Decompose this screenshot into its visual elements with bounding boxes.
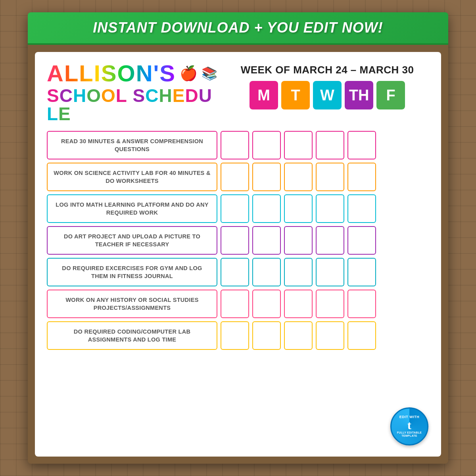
task-label-2: WORK ON SCIENCE ACTIVITY LAB FOR 40 MINU… bbox=[47, 163, 217, 191]
task-cells-4 bbox=[221, 226, 376, 255]
check-cell[interactable] bbox=[221, 194, 249, 223]
table-row: LOG INTO MATH LEARNING PLATFORM AND DO A… bbox=[47, 194, 429, 223]
school-schedule-title: SCHOOL SCHEDULE bbox=[47, 86, 217, 123]
week-block: WEEK OF MARCH 24 – MARCH 30 M T W TH F bbox=[225, 62, 429, 109]
check-cell[interactable] bbox=[221, 131, 249, 159]
task-cells-6 bbox=[221, 290, 376, 318]
check-cell[interactable] bbox=[316, 258, 344, 286]
check-cell[interactable] bbox=[316, 290, 344, 318]
task-label-6: WORK ON ANY HISTORY OR SOCIAL STUDIES PR… bbox=[47, 290, 217, 318]
templett-sublabel: FULLY EDITABLE TEMPLATE bbox=[392, 431, 427, 438]
check-cell[interactable] bbox=[252, 321, 281, 350]
check-cell[interactable] bbox=[284, 131, 313, 159]
check-cell[interactable] bbox=[221, 321, 249, 350]
check-cell[interactable] bbox=[284, 321, 313, 350]
task-label-1: READ 30 MINUTES & ANSWER COMPREHENSION Q… bbox=[47, 131, 217, 159]
day-tuesday: T bbox=[281, 81, 310, 109]
apple-icon: 🍎 bbox=[180, 65, 198, 82]
check-cell[interactable] bbox=[252, 258, 281, 286]
task-cells-1 bbox=[221, 131, 376, 159]
check-cell[interactable] bbox=[284, 290, 313, 318]
task-label-3: LOG INTO MATH LEARNING PLATFORM AND DO A… bbox=[47, 194, 217, 223]
table-row: READ 30 MINUTES & ANSWER COMPREHENSION Q… bbox=[47, 131, 429, 159]
check-cell[interactable] bbox=[252, 226, 281, 255]
title-block: ALLISON'S 🍎 📚 SCHOOL SCHEDULE bbox=[47, 62, 217, 123]
header-row: ALLISON'S 🍎 📚 SCHOOL SCHEDULE WEEK OF MA… bbox=[47, 62, 429, 123]
check-cell[interactable] bbox=[221, 290, 249, 318]
check-cell[interactable] bbox=[284, 258, 313, 286]
day-monday: M bbox=[250, 81, 278, 109]
task-cells-3 bbox=[221, 194, 376, 223]
task-label-5: DO REQUIRED EXCERCISES FOR GYM AND LOG T… bbox=[47, 258, 217, 286]
task-cells-7 bbox=[221, 321, 376, 350]
check-cell[interactable] bbox=[221, 226, 249, 255]
banner-text: INSTANT DOWNLOAD + YOU EDIT NOW! bbox=[93, 19, 383, 36]
check-cell[interactable] bbox=[252, 131, 281, 159]
check-cell[interactable] bbox=[221, 163, 249, 191]
check-cell[interactable] bbox=[347, 321, 376, 350]
check-cell[interactable] bbox=[347, 258, 376, 286]
table-row: DO REQUIRED CODING/COMPUTER LAB ASSIGNME… bbox=[47, 321, 429, 350]
check-cell[interactable] bbox=[221, 258, 249, 286]
check-cell[interactable] bbox=[284, 163, 313, 191]
check-cell[interactable] bbox=[252, 194, 281, 223]
table-row: DO ART PROJECT AND UPLOAD A PICTURE TO T… bbox=[47, 226, 429, 255]
books-icon: 📚 bbox=[202, 66, 217, 81]
templett-badge: EDIT WITH t FULLY EDITABLE TEMPLATE bbox=[390, 407, 428, 445]
day-friday: F bbox=[376, 81, 405, 109]
day-wednesday: W bbox=[313, 81, 342, 109]
promo-banner: INSTANT DOWNLOAD + YOU EDIT NOW! bbox=[28, 12, 448, 45]
check-cell[interactable] bbox=[316, 131, 344, 159]
task-label-7: DO REQUIRED CODING/COMPUTER LAB ASSIGNME… bbox=[47, 321, 217, 350]
task-cells-5 bbox=[221, 258, 376, 286]
check-cell[interactable] bbox=[316, 321, 344, 350]
check-cell[interactable] bbox=[347, 131, 376, 159]
task-cells-2 bbox=[221, 163, 376, 191]
check-cell[interactable] bbox=[316, 226, 344, 255]
tasks-grid: READ 30 MINUTES & ANSWER COMPREHENSION Q… bbox=[47, 131, 429, 350]
day-headers: M T W TH F bbox=[225, 81, 429, 109]
check-cell[interactable] bbox=[316, 194, 344, 223]
check-cell[interactable] bbox=[316, 163, 344, 191]
check-cell[interactable] bbox=[347, 290, 376, 318]
student-name: ALLISON'S bbox=[47, 62, 176, 85]
check-cell[interactable] bbox=[252, 290, 281, 318]
allisons-line: ALLISON'S 🍎 📚 bbox=[47, 62, 217, 85]
main-card: ALLISON'S 🍎 📚 SCHOOL SCHEDULE WEEK OF MA… bbox=[35, 52, 441, 457]
check-cell[interactable] bbox=[347, 163, 376, 191]
table-row: DO REQUIRED EXCERCISES FOR GYM AND LOG T… bbox=[47, 258, 429, 286]
week-label: WEEK OF MARCH 24 – MARCH 30 bbox=[225, 64, 429, 76]
check-cell[interactable] bbox=[284, 226, 313, 255]
table-row: WORK ON SCIENCE ACTIVITY LAB FOR 40 MINU… bbox=[47, 163, 429, 191]
table-row: WORK ON ANY HISTORY OR SOCIAL STUDIES PR… bbox=[47, 290, 429, 318]
check-cell[interactable] bbox=[347, 194, 376, 223]
check-cell[interactable] bbox=[252, 163, 281, 191]
task-label-4: DO ART PROJECT AND UPLOAD A PICTURE TO T… bbox=[47, 226, 217, 255]
check-cell[interactable] bbox=[284, 194, 313, 223]
day-thursday: TH bbox=[345, 81, 373, 109]
check-cell[interactable] bbox=[347, 226, 376, 255]
templett-t-logo: t bbox=[407, 419, 411, 431]
